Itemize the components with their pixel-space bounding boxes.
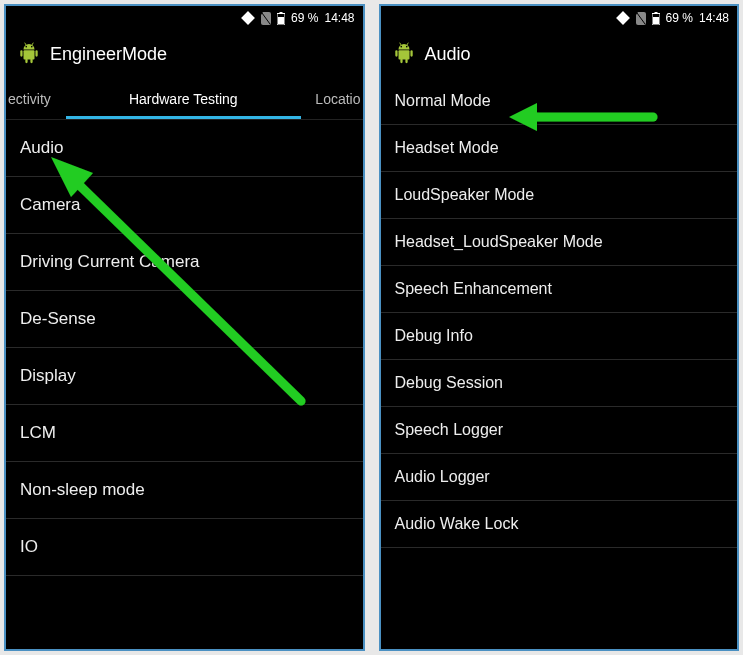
status-bar: 69 % 14:48 [6, 6, 363, 30]
list-item-io[interactable]: IO [6, 519, 363, 576]
sim-icon [261, 12, 271, 25]
tab-connectivity[interactable]: ectivity [6, 78, 58, 119]
list-item-normal-mode[interactable]: Normal Mode [381, 78, 738, 125]
battery-percent: 69 % [291, 11, 318, 25]
svg-rect-3 [278, 17, 284, 24]
phone-left: 69 % 14:48 EngineerMode ectivity Hardwar… [4, 4, 365, 651]
android-icon [18, 42, 40, 66]
tab-hardware-testing[interactable]: Hardware Testing [58, 78, 309, 119]
svg-rect-25 [410, 50, 412, 56]
svg-rect-11 [25, 59, 27, 64]
svg-rect-18 [653, 17, 659, 24]
battery-percent: 69 % [666, 11, 693, 25]
list-item-headset-loudspeaker-mode[interactable]: Headset_LoudSpeaker Mode [381, 219, 738, 266]
list-item-audio[interactable]: Audio [6, 120, 363, 177]
svg-point-20 [405, 46, 407, 48]
list-item-lcm[interactable]: LCM [6, 405, 363, 462]
tabs: ectivity Hardware Testing Locatio [6, 78, 363, 120]
svg-point-4 [25, 46, 27, 48]
svg-line-21 [399, 43, 400, 45]
list-item-audio-logger[interactable]: Audio Logger [381, 454, 738, 501]
battery-icon [652, 12, 660, 25]
list-item-headset-mode[interactable]: Headset Mode [381, 125, 738, 172]
status-bar: 69 % 14:48 [381, 6, 738, 30]
svg-rect-23 [398, 50, 409, 59]
list-item-speech-enhancement[interactable]: Speech Enhancement [381, 266, 738, 313]
clock-time: 14:48 [324, 11, 354, 25]
app-header: EngineerMode [6, 30, 363, 78]
audio-list: Normal Mode Headset Mode LoudSpeaker Mod… [381, 78, 738, 649]
svg-rect-8 [24, 50, 35, 59]
svg-rect-10 [35, 50, 37, 56]
app-title: Audio [425, 44, 471, 65]
sim-icon [636, 12, 646, 25]
list-item-audio-wake-lock[interactable]: Audio Wake Lock [381, 501, 738, 548]
list-item-speech-logger[interactable]: Speech Logger [381, 407, 738, 454]
app-header: Audio [381, 30, 738, 78]
phone-right: 69 % 14:48 Audio Normal Mode Headset Mod… [379, 4, 740, 651]
svg-rect-26 [400, 59, 402, 64]
list-item-de-sense[interactable]: De-Sense [6, 291, 363, 348]
list-item-non-sleep-mode[interactable]: Non-sleep mode [6, 462, 363, 519]
svg-line-6 [25, 43, 26, 45]
hardware-list: Audio Camera Driving Current Camera De-S… [6, 120, 363, 649]
android-icon [393, 42, 415, 66]
svg-line-22 [406, 43, 407, 45]
tab-location[interactable]: Locatio [309, 78, 363, 119]
svg-rect-12 [30, 59, 32, 64]
list-item-display[interactable]: Display [6, 348, 363, 405]
svg-line-7 [32, 43, 33, 45]
app-title: EngineerMode [50, 44, 167, 65]
battery-icon [277, 12, 285, 25]
list-item-loudspeaker-mode[interactable]: LoudSpeaker Mode [381, 172, 738, 219]
svg-rect-24 [395, 50, 397, 56]
list-item-driving-current-camera[interactable]: Driving Current Camera [6, 234, 363, 291]
clock-time: 14:48 [699, 11, 729, 25]
list-item-camera[interactable]: Camera [6, 177, 363, 234]
list-item-debug-info[interactable]: Debug Info [381, 313, 738, 360]
svg-point-19 [400, 46, 402, 48]
svg-rect-9 [20, 50, 22, 56]
svg-point-5 [31, 46, 33, 48]
diamond-icon [241, 11, 255, 25]
svg-rect-27 [405, 59, 407, 64]
diamond-icon [616, 11, 630, 25]
list-item-debug-session[interactable]: Debug Session [381, 360, 738, 407]
